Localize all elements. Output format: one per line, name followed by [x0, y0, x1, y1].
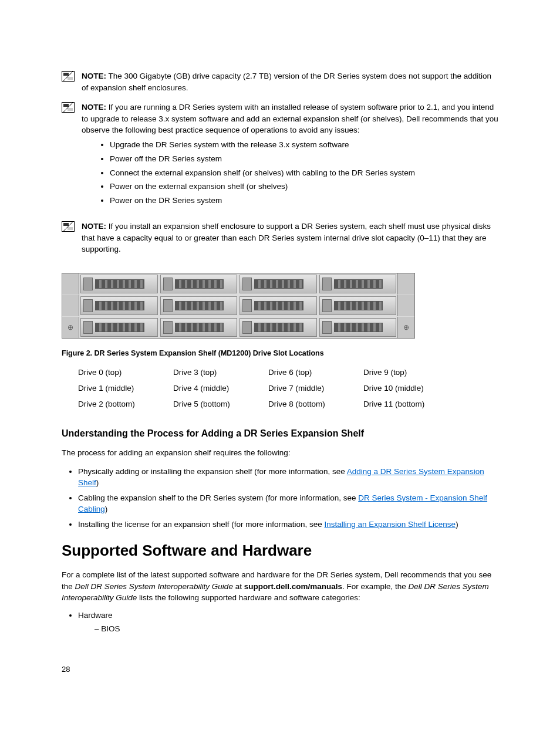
process-list: Physically adding or installing the expa…	[62, 466, 498, 530]
list-item: Upgrade the DR Series system with the re…	[110, 140, 498, 151]
drive-slot-grid: Drive 0 (top) Drive 3 (top) Drive 6 (top…	[62, 368, 454, 408]
note-body: NOTE: If you are running a DR Series sys…	[82, 102, 498, 212]
note-body: NOTE: If you install an expansion shelf …	[82, 221, 498, 255]
note-label: NOTE:	[82, 103, 106, 111]
link-installing-expansion-license[interactable]: Installing an Expansion Shelf License	[324, 520, 456, 529]
drive-bay	[80, 275, 158, 293]
document-page: NOTE: The 300 Gigabyte (GB) drive capaci…	[0, 0, 560, 744]
drive-cell: Drive 6 (top)	[268, 368, 359, 377]
text: )	[96, 478, 99, 487]
drive-cell: Drive 3 (top)	[173, 368, 264, 377]
support-url-bold: support.dell.com/manuals	[244, 582, 342, 591]
shelf-cap-left	[62, 273, 79, 295]
drive-cell: Drive 9 (top)	[363, 368, 454, 377]
drive-cell: Drive 11 (bottom)	[363, 400, 454, 408]
drive-bay	[319, 296, 397, 315]
sw-hw-paragraph: For a complete list of the latest suppor…	[62, 569, 498, 604]
hardware-sublist: BIOS	[78, 624, 498, 633]
drive-bay	[319, 275, 397, 293]
text: )	[105, 505, 108, 513]
note-block: NOTE: The 300 Gigabyte (GB) drive capaci…	[62, 70, 498, 93]
text: )	[456, 520, 458, 529]
subheading-understanding-process: Understanding the Process for Adding a D…	[62, 428, 498, 439]
drive-bay	[80, 318, 158, 337]
drive-cell: Drive 8 (bottom)	[268, 400, 359, 408]
drive-cell: Drive 10 (middle)	[363, 384, 454, 393]
drive-bay	[80, 296, 158, 315]
list-item: Cabling the expansion shelf to the DR Se…	[78, 492, 498, 515]
note-icon	[62, 71, 75, 82]
note-text: If you are running a DR Series system wi…	[82, 103, 498, 134]
hardware-list: Hardware BIOS	[62, 611, 498, 633]
note-label: NOTE:	[82, 222, 106, 231]
note-block: NOTE: If you are running a DR Series sys…	[62, 102, 498, 212]
shelf-cap-left	[62, 295, 79, 316]
drive-cell: Drive 2 (bottom)	[78, 400, 168, 408]
note-block: NOTE: If you install an expansion shelf …	[62, 221, 498, 255]
page-number: 28	[62, 665, 70, 674]
expansion-shelf-figure: ⊕ ⊕	[62, 273, 415, 339]
shelf-cap-right: ⊕	[397, 317, 414, 338]
process-intro-text: The process for adding an expansion shel…	[62, 447, 498, 459]
list-item: Power off the DR Series system	[110, 154, 498, 165]
heading-supported-sw-hw: Supported Software and Hardware	[62, 542, 498, 560]
list-item: Power on the external expansion shelf (o…	[110, 181, 498, 192]
text: Cabling the expansion shelf to the DR Se…	[78, 493, 358, 502]
drive-cell: Drive 0 (top)	[78, 368, 168, 377]
text: lists the following supported hardware a…	[137, 593, 360, 602]
drive-cell: Drive 5 (bottom)	[173, 400, 264, 408]
drive-bay	[239, 275, 317, 293]
drive-cell: Drive 1 (middle)	[78, 384, 168, 393]
drive-cell: Drive 4 (middle)	[173, 384, 264, 393]
note-icon	[62, 102, 75, 113]
shelf-cap-right	[397, 273, 414, 295]
note-text: If you install an expansion shelf enclos…	[82, 222, 491, 253]
note-icon	[62, 221, 75, 232]
drive-bay	[160, 318, 238, 337]
text: Installing the license for an expansion …	[78, 520, 324, 529]
list-item: Connect the external expansion shelf (or…	[110, 168, 498, 179]
shelf-cap-right	[397, 295, 414, 316]
text: Physically adding or installing the expa…	[78, 467, 347, 476]
list-item: Power on the DR Series system	[110, 195, 498, 207]
text: at	[233, 582, 244, 591]
list-item: Hardware BIOS	[78, 611, 498, 633]
drive-bay	[239, 296, 317, 315]
list-item: Physically adding or installing the expa…	[78, 466, 498, 489]
text: Hardware	[78, 611, 113, 620]
text: . For example, the	[342, 582, 409, 591]
note-body: NOTE: The 300 Gigabyte (GB) drive capaci…	[82, 70, 498, 93]
drive-cell: Drive 7 (middle)	[268, 384, 359, 393]
drive-bay	[160, 296, 238, 315]
note-text: The 300 Gigabyte (GB) drive capacity (2.…	[82, 72, 491, 92]
drive-bay	[160, 275, 238, 293]
drive-bay	[319, 318, 397, 337]
shelf-cap-left: ⊕	[62, 317, 79, 338]
drive-bay	[239, 318, 317, 337]
figure-caption: Figure 2. DR Series System Expansion She…	[62, 349, 498, 357]
guide-title-italic: Dell DR Series System Interoperability G…	[75, 582, 233, 591]
note-label: NOTE:	[82, 72, 106, 80]
list-item: Installing the license for an expansion …	[78, 519, 498, 530]
note-bullet-list: Upgrade the DR Series system with the re…	[82, 140, 498, 207]
list-item: BIOS	[95, 624, 498, 633]
